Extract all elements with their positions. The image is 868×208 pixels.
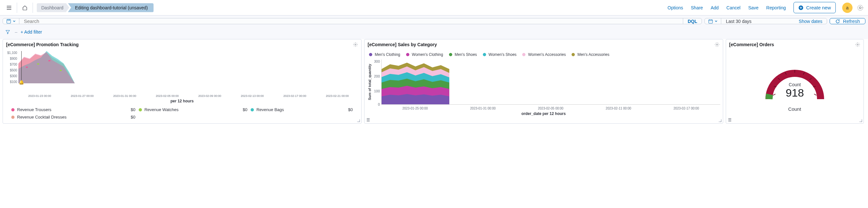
chevron-down-icon <box>12 20 16 23</box>
chart-promotion-tracking: $1,100 $900 $700 $500 $300 $100 🔔 🔔 🔔 <box>19 51 357 93</box>
calendar-icon <box>708 19 713 24</box>
divider <box>33 3 33 13</box>
resize-handle-icon[interactable] <box>718 119 721 122</box>
header-actions: Options Share Add Cancel Save Reporting … <box>668 2 840 13</box>
legend-item[interactable]: Women's Clothing <box>406 52 443 57</box>
svg-point-1 <box>858 5 863 10</box>
legend-item[interactable]: Women's Shoes <box>483 52 517 57</box>
svg-line-21 <box>814 94 816 95</box>
calendar-button[interactable] <box>705 19 721 24</box>
plus-circle-icon <box>798 5 804 10</box>
filter-dash: – <box>15 29 18 34</box>
gear-icon[interactable] <box>353 42 358 47</box>
show-dates-link[interactable]: Show dates <box>794 19 827 24</box>
chart-legend: Revenue Trousers $0 Revenue Watches $0 R… <box>5 103 359 121</box>
refresh-button[interactable]: Refresh <box>830 18 865 24</box>
resize-handle-icon[interactable] <box>859 119 862 122</box>
gear-icon[interactable] <box>855 42 860 47</box>
svg-point-9 <box>49 60 51 61</box>
svg-rect-5 <box>709 20 713 23</box>
save-icon <box>6 19 11 24</box>
breadcrumb: Dashboard Editing dashboard-tutorial (un… <box>37 3 154 12</box>
legend-item[interactable]: Women's Accessories <box>522 52 566 57</box>
gauge-chart: Count 918 Count <box>728 51 861 121</box>
stacked-area-svg <box>381 59 720 104</box>
search-input[interactable] <box>19 19 683 24</box>
refresh-icon <box>835 19 840 24</box>
y-axis-ticks: $1,100 $900 $700 $500 $300 $100 <box>5 51 18 83</box>
x-axis-ticks: 2023-01-25 00:00 2023-01-31 00:00 2023-0… <box>381 107 720 110</box>
divider <box>17 3 17 13</box>
svg-rect-3 <box>7 19 11 23</box>
saved-queries-button[interactable] <box>3 19 19 24</box>
gauge-value: 918 <box>785 86 804 99</box>
svg-point-2 <box>859 7 861 9</box>
resize-handle-icon[interactable] <box>357 119 360 122</box>
breadcrumb-current: Editing dashboard-tutorial (unsaved) <box>68 3 154 12</box>
avatar[interactable]: a <box>842 3 852 13</box>
share-link[interactable]: Share <box>691 5 703 10</box>
hamburger-menu-icon[interactable] <box>3 1 16 14</box>
legend-item[interactable]: Revenue Bags <box>251 107 334 112</box>
panel-title: [eCommerce] Promotion Tracking <box>6 42 353 47</box>
x-axis-ticks: 2023-01-23 00:00 2023-01-27 00:00 2023-0… <box>19 94 359 98</box>
legend-item[interactable]: Men's Accessories <box>571 52 609 57</box>
svg-point-6 <box>355 44 356 45</box>
home-icon[interactable] <box>19 1 31 14</box>
legend-item[interactable]: Revenue Trousers <box>11 107 116 112</box>
add-link[interactable]: Add <box>711 5 719 10</box>
filter-toggle-icon[interactable] <box>4 28 11 36</box>
add-filter-button[interactable]: + Add filter <box>21 29 42 34</box>
dashboard-panels: [eCommerce] Promotion Tracking $1,100 $9… <box>0 39 868 126</box>
help-icon[interactable] <box>855 3 865 13</box>
y-axis-label: Sum of total_quantity <box>367 59 372 105</box>
chart-sales-by-category: Sum of total_quantity 300 200 100 0 <box>367 59 720 105</box>
time-picker-group: Last 30 days Show dates <box>705 18 827 24</box>
panel-title: [eCommerce] Sales by Category <box>368 42 714 47</box>
chart-legend: Men's Clothing Women's Clothing Men's Sh… <box>367 51 720 59</box>
gear-icon[interactable] <box>714 42 720 47</box>
top-header: Dashboard Editing dashboard-tutorial (un… <box>0 0 868 16</box>
query-bar: DQL Last 30 days Show dates Refresh <box>0 16 868 27</box>
time-range-display[interactable]: Last 30 days <box>721 19 794 24</box>
svg-point-11 <box>716 44 718 45</box>
area-chart-svg <box>19 51 357 83</box>
svg-point-7 <box>26 67 28 68</box>
reporting-link[interactable]: Reporting <box>766 5 786 10</box>
svg-line-13 <box>773 94 775 95</box>
legend-item[interactable]: Men's Clothing <box>369 52 400 57</box>
svg-point-12 <box>857 44 858 45</box>
legend-item[interactable]: Revenue Cocktail Dresses <box>11 115 116 120</box>
panel-title: [eCommerce] Orders <box>729 42 855 47</box>
y-axis-ticks: 300 200 100 0 <box>372 59 381 105</box>
search-group: DQL <box>3 18 702 24</box>
legend-item[interactable]: Revenue Watches <box>139 107 228 112</box>
svg-point-8 <box>37 63 39 64</box>
refresh-label: Refresh <box>843 19 860 24</box>
filter-bar: – + Add filter <box>0 27 868 39</box>
chevron-down-icon <box>714 20 718 23</box>
svg-rect-4 <box>8 19 10 21</box>
options-link[interactable]: Options <box>668 5 683 10</box>
panel-promotion-tracking: [eCommerce] Promotion Tracking $1,100 $9… <box>3 39 362 124</box>
svg-point-10 <box>60 70 62 71</box>
legend-item[interactable]: Men's Shoes <box>449 52 477 57</box>
panel-orders: [eCommerce] Orders <box>726 39 864 124</box>
create-new-label: Create new <box>806 5 831 10</box>
list-icon[interactable] <box>366 118 370 122</box>
panel-sales-by-category: [eCommerce] Sales by Category Men's Clot… <box>364 39 723 124</box>
list-icon[interactable] <box>727 118 732 122</box>
create-new-button[interactable]: Create new <box>794 2 836 13</box>
save-link[interactable]: Save <box>748 5 758 10</box>
dql-button[interactable]: DQL <box>683 19 702 24</box>
x-axis-label: per 12 hours <box>5 99 359 103</box>
cancel-link[interactable]: Cancel <box>726 5 741 10</box>
breadcrumb-dashboard[interactable]: Dashboard <box>37 3 69 12</box>
x-axis-label: order_date per 12 hours <box>367 111 720 116</box>
gauge-caption: Count <box>788 106 801 112</box>
